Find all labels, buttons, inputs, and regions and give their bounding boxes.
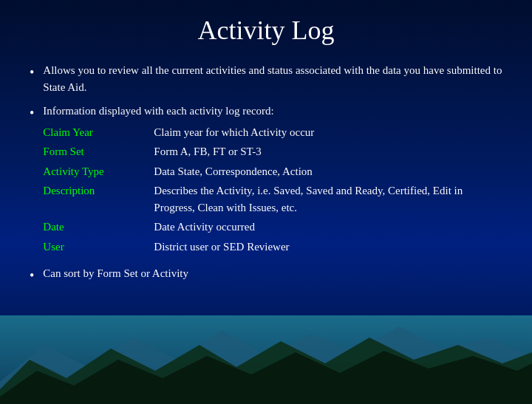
bullet-list: • Allows you to review all the current a… xyxy=(30,62,502,286)
value-date: Date Activity occurred xyxy=(154,219,255,236)
value-claim-year: Claim year for which Activity occur xyxy=(154,124,314,141)
info-row-form-set: Form Set Form A, FB, FT or ST-3 xyxy=(43,143,502,160)
info-row-date: Date Date Activity occurred xyxy=(43,219,502,236)
info-row-user: User District user or SED Reviewer xyxy=(43,239,502,256)
bullet-content-2: Information displayed with each activity… xyxy=(43,103,502,258)
info-row-description: Description Describes the Activity, i.e.… xyxy=(43,182,502,216)
label-form-set: Form Set xyxy=(43,143,154,160)
value-description: Describes the Activity, i.e. Saved, Save… xyxy=(154,182,502,216)
bullet-dot-2: • xyxy=(30,103,34,123)
page-content: Activity Log • Allows you to review all … xyxy=(0,0,532,404)
page-title: Activity Log xyxy=(30,15,502,46)
bullet-text-1: Allows you to review all the current act… xyxy=(43,62,502,95)
info-row-activity-type: Activity Type Data State, Correspondence… xyxy=(43,163,502,180)
label-user: User xyxy=(43,239,154,256)
bullet-intro-2: Information displayed with each activity… xyxy=(43,105,273,117)
bullet-item-2: • Information displayed with each activi… xyxy=(30,103,502,258)
bullet-item-1: • Allows you to review all the current a… xyxy=(30,62,502,95)
info-row-claim-year: Claim Year Claim year for which Activity… xyxy=(43,124,502,141)
label-claim-year: Claim Year xyxy=(43,124,154,141)
value-activity-type: Data State, Correspondence, Action xyxy=(154,163,313,180)
bullet-text-3: Can sort by Form Set or Activity xyxy=(43,265,188,282)
bullet-dot-3: • xyxy=(30,266,34,286)
label-description: Description xyxy=(43,182,154,199)
value-form-set: Form A, FB, FT or ST-3 xyxy=(154,143,261,160)
bullet-dot-1: • xyxy=(30,63,34,83)
bullet-item-3: • Can sort by Form Set or Activity xyxy=(30,265,502,286)
label-date: Date xyxy=(43,219,154,236)
value-user: District user or SED Reviewer xyxy=(154,239,289,256)
label-activity-type: Activity Type xyxy=(43,163,154,180)
info-table: Claim Year Claim year for which Activity… xyxy=(43,124,502,256)
